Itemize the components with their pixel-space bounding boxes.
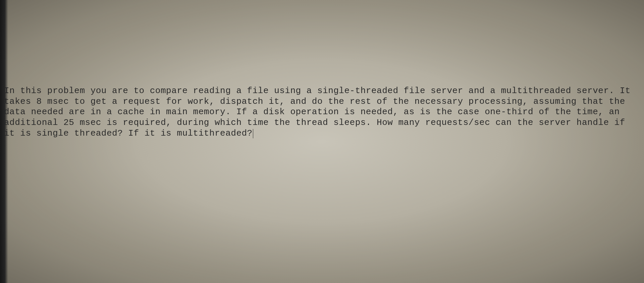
screen-vignette bbox=[0, 0, 644, 283]
screen-bezel-left bbox=[0, 0, 8, 283]
text-cursor bbox=[253, 129, 253, 138]
problem-content: In this problem you are to compare readi… bbox=[4, 86, 631, 138]
problem-text: In this problem you are to compare readi… bbox=[4, 86, 637, 139]
